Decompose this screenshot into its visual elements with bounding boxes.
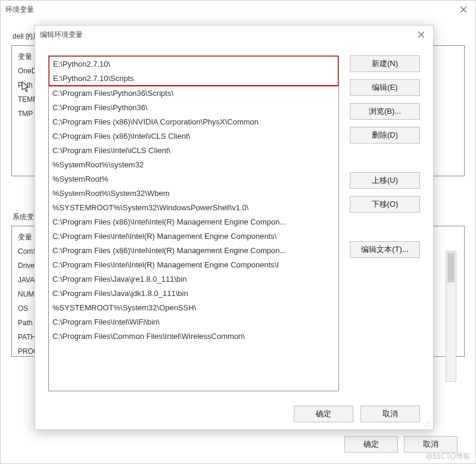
new-button[interactable]: 新建(N) bbox=[350, 55, 420, 72]
svg-point-4 bbox=[429, 421, 430, 422]
child-body: E:\Python2.7.10\E:\Python2.7.10\ScriptsC… bbox=[35, 43, 433, 429]
path-item[interactable]: E:\Python2.7.10\ bbox=[49, 57, 338, 71]
edit-button[interactable]: 编辑(E) bbox=[350, 79, 420, 96]
scrollbar-thumb[interactable] bbox=[447, 253, 455, 282]
scrollbar[interactable] bbox=[446, 251, 456, 382]
move-up-button[interactable]: 上移(U) bbox=[350, 172, 420, 189]
parent-dialog-buttons: 确定 取消 bbox=[344, 436, 458, 453]
svg-point-8 bbox=[427, 425, 428, 426]
path-item[interactable]: C:\Program Files\Java\jdk1.8.0_111\bin bbox=[49, 286, 338, 300]
path-item[interactable]: C:\Program Files\Intel\WiFi\bin\ bbox=[49, 314, 338, 329]
parent-titlebar: 环境变量 bbox=[1, 1, 475, 18]
path-item[interactable]: C:\Program Files\Intel\Intel(R) Manageme… bbox=[49, 229, 338, 243]
svg-point-6 bbox=[429, 423, 430, 424]
path-item[interactable]: E:\Python2.7.10\Scripts bbox=[49, 71, 338, 85]
path-item[interactable]: C:\Program Files\Python36\Scripts\ bbox=[49, 86, 338, 100]
child-ok-button[interactable]: 确定 bbox=[294, 406, 353, 422]
watermark-text: @51CTO博客 bbox=[425, 451, 470, 462]
parent-ok-button[interactable]: 确定 bbox=[344, 436, 398, 453]
close-icon[interactable] bbox=[409, 26, 433, 43]
child-cancel-button[interactable]: 取消 bbox=[360, 406, 420, 422]
path-item[interactable]: %SystemRoot%\system32 bbox=[49, 157, 338, 172]
child-bottom-buttons: 确定 取消 bbox=[48, 402, 420, 422]
resize-grip-icon[interactable] bbox=[424, 420, 431, 427]
path-item[interactable]: %SystemRoot% bbox=[49, 172, 338, 186]
child-titlebar: 编辑环境变量 bbox=[35, 26, 433, 43]
parent-title: 环境变量 bbox=[5, 5, 34, 15]
path-item[interactable]: C:\Program Files\Python36\ bbox=[49, 100, 338, 114]
svg-point-7 bbox=[424, 425, 425, 426]
path-item[interactable]: C:\Program Files\Common Files\Intel\Wire… bbox=[49, 329, 338, 343]
path-item[interactable]: C:\Program Files (x86)\Intel\iCLS Client… bbox=[49, 129, 338, 143]
highlight-box: E:\Python2.7.10\E:\Python2.7.10\Scripts bbox=[48, 55, 339, 86]
path-item[interactable]: %SystemRoot%\System32\Wbem bbox=[49, 186, 338, 200]
close-icon[interactable] bbox=[452, 1, 475, 18]
svg-point-9 bbox=[429, 425, 430, 426]
path-item[interactable]: %SYSTEMROOT%\System32\WindowsPowerShell\… bbox=[49, 200, 338, 214]
move-down-button[interactable]: 下移(O) bbox=[350, 196, 420, 213]
path-item[interactable]: C:\Program Files (x86)\Intel\Intel(R) Ma… bbox=[49, 243, 338, 257]
parent-cancel-button[interactable]: 取消 bbox=[404, 436, 458, 453]
path-list[interactable]: E:\Python2.7.10\E:\Python2.7.10\ScriptsC… bbox=[48, 55, 339, 391]
path-item[interactable]: %SYSTEMROOT%\System32\OpenSSH\ bbox=[49, 300, 338, 314]
child-main-row: E:\Python2.7.10\E:\Python2.7.10\ScriptsC… bbox=[48, 55, 420, 391]
path-item[interactable]: C:\Program Files (x86)\NVIDIA Corporatio… bbox=[49, 114, 338, 129]
browse-button[interactable]: 浏览(B)... bbox=[350, 103, 420, 120]
path-item[interactable]: C:\Program Files\Intel\iCLS Client\ bbox=[49, 143, 338, 157]
side-buttons: 新建(N) 编辑(E) 浏览(B)... 删除(D) 上移(U) 下移(O) 编… bbox=[350, 55, 420, 391]
path-item[interactable]: C:\Program Files\Java\jre1.8.0_111\bin bbox=[49, 272, 338, 286]
mouse-cursor-icon bbox=[21, 81, 31, 93]
edit-text-button[interactable]: 编辑文本(T)... bbox=[350, 241, 420, 258]
button-gap bbox=[350, 220, 420, 234]
path-item[interactable]: C:\Program Files (x86)\Intel\Intel(R) Ma… bbox=[49, 214, 338, 229]
svg-point-5 bbox=[427, 423, 428, 424]
path-item[interactable]: C:\Program Files\Intel\Intel(R) Manageme… bbox=[49, 257, 338, 272]
edit-env-var-window: 编辑环境变量 E:\Python2.7.10\E:\Python2.7.10\S… bbox=[35, 25, 434, 430]
child-title: 编辑环境变量 bbox=[40, 30, 83, 40]
delete-button[interactable]: 删除(D) bbox=[350, 127, 420, 144]
button-gap bbox=[350, 151, 420, 165]
